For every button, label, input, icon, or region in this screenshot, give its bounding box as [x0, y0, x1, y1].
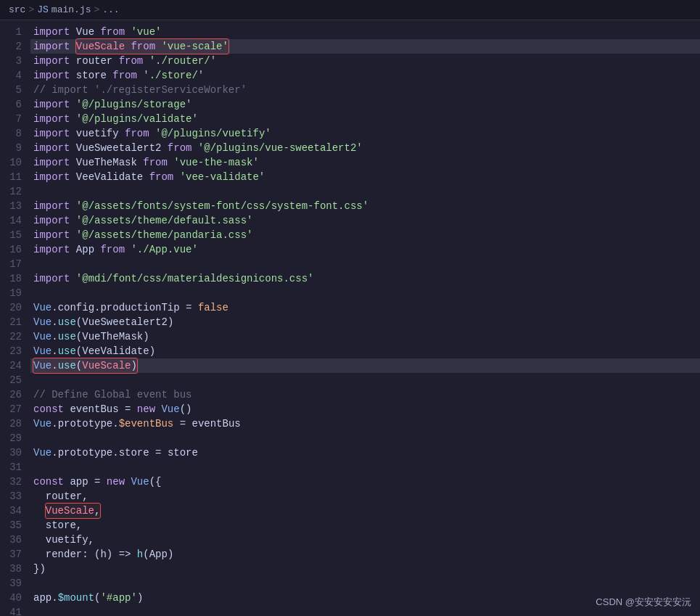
code-line-38: }): [30, 562, 700, 576]
code-line-1: import Vue from 'vue': [30, 25, 700, 39]
breadcrumb-bar: src > JS main.js > ...: [0, 0, 700, 20]
code-line-3: import router from './router/': [30, 54, 700, 68]
code-line-34: VueScale,: [30, 504, 700, 518]
code-line-7: import '@/plugins/validate': [30, 112, 700, 126]
code-line-21: Vue.use(VueSweetalert2): [30, 315, 700, 329]
code-line-12: [30, 184, 700, 199]
breadcrumb-rest: ...: [102, 4, 119, 15]
code-line-6: import '@/plugins/storage': [30, 97, 700, 112]
code-line-23: Vue.use(VeeValidate): [30, 344, 700, 358]
code-line-22: Vue.use(VueTheMask): [30, 329, 700, 344]
code-line-39: [30, 576, 700, 591]
code-line-26: // Define Global event bus: [30, 387, 700, 402]
code-line-28: Vue.prototype.$eventBus = eventBus: [30, 416, 700, 431]
code-area: 12345 678910 1112131415 1617181920 21222…: [0, 20, 700, 616]
code-line-2: import VueScale from 'vue-scale': [30, 39, 700, 54]
code-line-32: const app = new Vue({: [30, 475, 700, 489]
code-line-20: Vue.config.productionTip = false: [30, 300, 700, 315]
code-line-33: router,: [30, 489, 700, 504]
breadcrumb-file-icon: JS: [37, 4, 49, 15]
code-line-27: const eventBus = new Vue(): [30, 402, 700, 416]
code-line-31: [30, 460, 700, 475]
code-line-25: [30, 373, 700, 387]
code-line-19: [30, 286, 700, 300]
watermark: CSDN @安安安安安沅: [596, 596, 691, 609]
code-line-35: store,: [30, 518, 700, 533]
code-line-9: import VueSweetalert2 from '@/plugins/vu…: [30, 141, 700, 155]
code-line-14: import '@/assets/theme/default.sass': [30, 213, 700, 228]
breadcrumb-file: main.js: [52, 4, 91, 15]
code-line-13: import '@/assets/fonts/system-font/css/s…: [30, 199, 700, 213]
breadcrumb-sep2: >: [94, 4, 99, 15]
code-line-11: import VeeValidate from 'vee-validate': [30, 170, 700, 184]
code-line-4: import store from './store/': [30, 68, 700, 83]
breadcrumb-src: src: [9, 4, 25, 15]
code-line-18: import '@mdi/font/css/materialdesignicon…: [30, 271, 700, 286]
code-line-29: [30, 431, 700, 445]
code-line-30: Vue.prototype.store = store: [30, 445, 700, 460]
line-numbers: 12345 678910 1112131415 1617181920 21222…: [0, 20, 30, 616]
code-line-24: Vue.use(VueScale): [30, 358, 700, 373]
code-line-16: import App from './App.vue': [30, 242, 700, 257]
code-line-17: [30, 257, 700, 271]
breadcrumb-sep1: >: [28, 4, 34, 15]
code-line-37: render: (h) => h(App): [30, 547, 700, 562]
code-line-10: import VueTheMask from 'vue-the-mask': [30, 155, 700, 170]
code-line-36: vuetify,: [30, 533, 700, 547]
code-line-5: // import './registerServiceWorker': [30, 83, 700, 97]
code-line-8: import vuetify from '@/plugins/vuetify': [30, 126, 700, 141]
code-content: import Vue from 'vue' import VueScale fr…: [30, 20, 700, 616]
code-line-15: import '@/assets/theme/pandaria.css': [30, 228, 700, 242]
